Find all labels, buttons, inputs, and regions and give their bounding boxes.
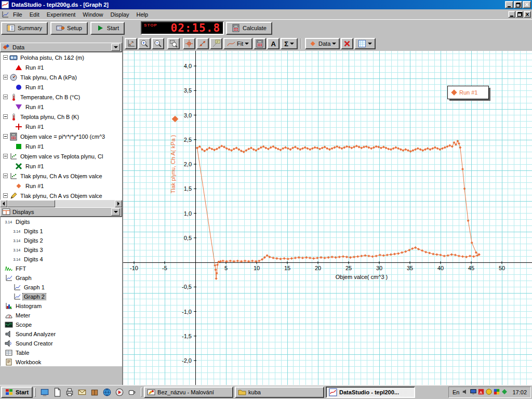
tray-green-badge-icon[interactable] <box>500 388 508 396</box>
taskbar-task[interactable]: Bez_názvu - Malování <box>144 387 233 398</box>
data-source-item[interactable]: Temperature, Ch B (°C) <box>1 92 122 102</box>
run-item[interactable]: Run #1 <box>1 141 122 151</box>
summary-button[interactable]: Summary <box>1 22 48 35</box>
display-item-digits-1[interactable]: 3.14Digits 1 <box>1 227 122 236</box>
quicklaunch-globe-icon[interactable] <box>101 387 113 398</box>
svg-text:30: 30 <box>376 265 382 271</box>
display-item-scope[interactable]: Scope <box>1 320 122 329</box>
data-source-item[interactable]: Tlak plynu, Ch A (kPa) <box>1 72 122 82</box>
quicklaunch-package-icon[interactable] <box>89 387 100 398</box>
graph-canvas[interactable]: -10-551015202530354045504,03,53,02,52,01… <box>123 51 532 385</box>
data-source-item[interactable]: Teplota plynu, Ch B (K) <box>1 112 122 122</box>
data-source-item[interactable]: Tlak plynu, Ch A vs Objem valce <box>1 171 122 181</box>
tray-monitor-icon[interactable] <box>469 388 477 396</box>
display-item-meter[interactable]: Meter <box>1 311 122 320</box>
start-menu-button[interactable]: Start <box>1 387 33 398</box>
zoom-out-button[interactable] <box>152 38 164 49</box>
data-source-item[interactable]: Objem valce vs Teplota plynu, Cl <box>1 151 122 161</box>
display-item-digits-4[interactable]: 3.14Digits 4 <box>1 255 122 264</box>
display-item-histogram[interactable]: Histogram <box>1 301 122 311</box>
displays-panel-menu-button[interactable] <box>111 208 120 216</box>
quicklaunch-coffee-icon[interactable] <box>126 387 138 398</box>
quicklaunch-media-icon[interactable] <box>114 387 125 398</box>
menu-file[interactable]: File <box>9 10 26 19</box>
child-restore-button[interactable] <box>516 11 523 18</box>
taskbar-task[interactable]: DataStudio - tepl200... <box>326 387 415 398</box>
text-tool-button[interactable]: A <box>267 38 280 49</box>
start-button[interactable]: Start <box>90 22 125 35</box>
data-source-label: Teplota plynu, Ch B (K) <box>19 114 80 120</box>
calculator-tool-button[interactable] <box>254 38 266 49</box>
child-close-button[interactable]: × <box>524 11 531 18</box>
display-item-graph-2[interactable]: Graph 2 <box>1 292 122 301</box>
slope-tool-button[interactable] <box>196 38 209 49</box>
tray-multi-badge-icon[interactable] <box>493 388 500 396</box>
menu-edit[interactable]: Edit <box>26 10 43 19</box>
zoom-in-button[interactable] <box>138 38 151 49</box>
display-item-fft[interactable]: FFT <box>1 264 122 273</box>
display-item-table[interactable]: Table <box>1 348 122 357</box>
scroll-right-button[interactable] <box>115 200 122 207</box>
graph-plot-area[interactable]: -10-551015202530354045504,03,53,02,52,01… <box>123 51 532 385</box>
expand-toggle-icon[interactable] <box>3 134 8 139</box>
scrollbar-thumb[interactable] <box>7 200 55 207</box>
expand-toggle-icon[interactable] <box>3 55 8 60</box>
data-source-item[interactable]: Poloha pistu, Ch 1&2 (m) <box>1 52 122 62</box>
menu-window[interactable]: Window <box>79 10 107 19</box>
tray-yellow-badge-icon[interactable] <box>485 388 493 396</box>
display-item-sound-creator[interactable]: Sound Creator <box>1 339 122 348</box>
data-panel-menu-button[interactable] <box>111 44 120 51</box>
calculate-button[interactable]: Calculate <box>226 22 272 35</box>
display-item-workbook[interactable]: Workbook <box>1 357 122 366</box>
quicklaunch-mail-icon[interactable] <box>76 387 88 398</box>
smart-tool-button[interactable] <box>183 38 195 49</box>
tray-red-badge-icon[interactable]: A <box>477 388 485 396</box>
statistics-menu-button[interactable]: Σ <box>281 38 298 49</box>
expand-toggle-icon[interactable] <box>3 114 8 119</box>
language-indicator[interactable]: En <box>453 389 459 395</box>
data-source-item[interactable]: Tlak plynu, Ch A vs Objem valce <box>1 191 122 200</box>
display-item-sound-analyzer[interactable]: Sound Analyzer <box>1 329 122 339</box>
run-label: Run #1 <box>24 183 45 189</box>
run-item[interactable]: Run #1 <box>1 62 122 72</box>
run-item[interactable]: Run #1 <box>1 82 122 92</box>
minimize-button[interactable] <box>505 1 513 8</box>
run-item[interactable]: Run #1 <box>1 102 122 112</box>
data-menu-button[interactable]: Data <box>305 38 340 49</box>
scale-to-fit-button[interactable] <box>125 38 137 49</box>
run-item[interactable]: Run #1 <box>1 181 122 191</box>
child-minimize-button[interactable] <box>508 11 515 18</box>
menu-display[interactable]: Display <box>107 10 132 19</box>
quicklaunch-document-icon[interactable] <box>51 387 63 398</box>
display-item-digits-3[interactable]: 3.14Digits 3 <box>1 245 122 255</box>
quicklaunch-printer-icon[interactable] <box>64 387 75 398</box>
restore-button[interactable] <box>514 1 522 8</box>
fit-menu-button[interactable]: Fit <box>223 38 252 49</box>
expand-toggle-icon[interactable] <box>3 154 8 158</box>
graph-settings-button[interactable] <box>354 38 376 49</box>
tray-volume-icon[interactable] <box>461 388 469 396</box>
display-item-digits-2[interactable]: 3.14Digits 2 <box>1 236 122 245</box>
expand-toggle-icon[interactable] <box>3 174 8 178</box>
scrollbar-track[interactable] <box>7 200 115 207</box>
menu-help[interactable]: Help <box>133 10 152 19</box>
taskbar-task[interactable]: kuba <box>235 387 324 398</box>
menu-experiment[interactable]: Experiment <box>43 10 79 19</box>
note-tool-button[interactable] <box>210 38 222 49</box>
remove-data-button[interactable] <box>341 38 353 49</box>
data-source-item[interactable]: Objem valce = pi*r*r*y*100 (cm^3 <box>1 131 122 141</box>
zoom-select-button[interactable] <box>167 38 180 49</box>
expand-toggle-icon[interactable] <box>3 193 8 198</box>
display-item-digits[interactable]: 3.14Digits <box>1 217 122 227</box>
close-button[interactable]: × <box>523 1 531 8</box>
display-item-graph-1[interactable]: Graph 1 <box>1 283 122 292</box>
setup-button[interactable]: Setup <box>50 22 88 35</box>
run-label: Run #1 <box>24 143 45 150</box>
expand-toggle-icon[interactable] <box>3 75 8 79</box>
display-item-graph[interactable]: Graph <box>1 273 122 283</box>
run-item[interactable]: Run #1 <box>1 122 122 131</box>
expand-toggle-icon[interactable] <box>3 95 8 99</box>
scroll-left-button[interactable] <box>0 200 7 207</box>
run-item[interactable]: Run #1 <box>1 161 122 171</box>
quicklaunch-desktop-icon[interactable] <box>39 387 50 398</box>
